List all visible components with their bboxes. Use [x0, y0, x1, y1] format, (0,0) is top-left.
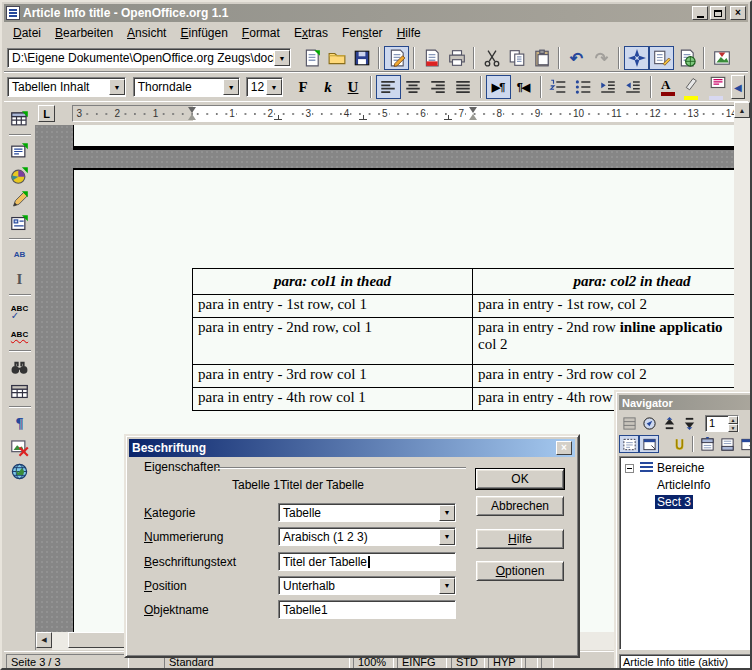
ok-button[interactable]: OK [476, 469, 564, 489]
font-dropdown-button[interactable]: ▼ [223, 79, 239, 95]
menu-hilfe[interactable]: Hilfe [390, 24, 428, 42]
previous-button[interactable] [659, 414, 679, 432]
menu-datei[interactable]: Datei [6, 24, 48, 42]
tab-stop-marker[interactable] [274, 115, 282, 120]
graphics-onoff-button[interactable] [7, 435, 32, 459]
style-dropdown-button[interactable]: ▼ [109, 79, 125, 95]
table-cell[interactable]: para in entry - 3rd row col 1 [193, 365, 473, 388]
tree-item-bereiche[interactable]: Bereiche [625, 461, 704, 475]
background-color-button[interactable] [706, 75, 731, 99]
table-cell[interactable]: para in entry - 2nd row inline applicati… [473, 318, 735, 365]
cell-boundary-marker[interactable] [469, 107, 478, 120]
size-dropdown-button[interactable]: ▼ [266, 79, 282, 95]
decrease-indent-button[interactable] [596, 75, 621, 99]
set-reminder-button[interactable] [669, 435, 689, 453]
export-pdf-button[interactable] [419, 46, 444, 70]
menu-fenster[interactable]: Fenster [335, 24, 390, 42]
help-button[interactable]: Hilfe [476, 529, 564, 549]
stylist-button[interactable] [649, 46, 674, 70]
navigation-button[interactable] [639, 414, 659, 432]
kategorie-value[interactable]: Tabelle [279, 506, 439, 520]
insert-button[interactable] [7, 139, 32, 163]
insert-object-button[interactable] [7, 163, 32, 187]
tree-item-articleinfo[interactable]: ArticleInfo [657, 478, 710, 492]
table-header-cell[interactable]: para: col2 in thead [473, 269, 735, 295]
insert-table-button[interactable] [7, 107, 32, 131]
options-button[interactable]: Optionen [476, 561, 564, 581]
align-center-button[interactable] [401, 75, 426, 99]
beschriftungstext-input[interactable]: Titel der Tabelle [278, 552, 456, 571]
rtl-direction-button[interactable]: ¶◀ [511, 75, 536, 99]
menu-bearbeiten[interactable]: Bearbeiten [48, 24, 120, 42]
anchor-button[interactable] [737, 435, 752, 453]
drag-mode-button[interactable] [619, 435, 639, 453]
nonprinting-characters-button[interactable]: ¶ [7, 411, 32, 435]
edit-file-button[interactable] [384, 46, 409, 70]
cancel-button[interactable]: Abbrechen [476, 496, 564, 516]
navigator-window[interactable]: Navigator 1 ▲▼ Bereiche Arti [614, 390, 752, 670]
align-right-button[interactable] [426, 75, 451, 99]
position-combobox[interactable]: Unterhalb ▼ [278, 576, 456, 595]
form-functions-button[interactable] [7, 211, 32, 235]
paragraph-style-value[interactable]: Tabellen Inhalt [8, 80, 109, 94]
redo-button[interactable]: ↷ [589, 46, 614, 70]
scroll-left-button[interactable]: ◀ [36, 632, 52, 648]
url-value[interactable]: D:\Eigene Dokumente\OpenOffice.org Zeugs… [8, 51, 274, 65]
spellcheck-button[interactable]: ABC✓ [7, 299, 32, 323]
tree-item-sect3[interactable]: Sect 3 [655, 495, 693, 509]
print-button[interactable] [444, 46, 469, 70]
table-row[interactable]: para in entry - 2nd row, col 1 para in e… [193, 318, 735, 365]
table-header-row[interactable]: para: col1 in thead para: col2 in thead [193, 269, 735, 295]
navigator-tree[interactable]: Bereiche ArticleInfo Sect 3 [619, 456, 752, 650]
next-button[interactable] [679, 414, 699, 432]
minimize-button[interactable] [692, 6, 708, 20]
undo-button[interactable]: ↶ [564, 46, 589, 70]
position-value[interactable]: Unterhalb [279, 579, 439, 593]
menu-extras[interactable]: Extras [287, 24, 335, 42]
increase-indent-button[interactable] [621, 75, 646, 99]
highlighting-button[interactable] [681, 75, 706, 99]
save-button[interactable] [349, 46, 374, 70]
scroll-up-button[interactable]: ▲ [734, 102, 750, 118]
caption-dialog[interactable]: Beschriftung × Eigenschaften Tabelle 1Ti… [124, 434, 580, 658]
bold-button[interactable]: F [291, 75, 316, 99]
collapse-icon[interactable] [625, 464, 634, 473]
objektname-value[interactable]: Tabelle1 [279, 603, 455, 617]
menu-einfügen[interactable]: Einfügen [173, 24, 234, 42]
kategorie-dropdown-button[interactable]: ▼ [439, 505, 455, 521]
table-cell[interactable]: para in entry - 1st row, col 2 [473, 295, 735, 318]
maximize-button[interactable] [710, 6, 726, 20]
align-justify-button[interactable] [451, 75, 476, 99]
header-button[interactable] [697, 435, 717, 453]
paragraph-style-combobox[interactable]: Tabellen Inhalt ▼ [7, 77, 126, 97]
close-button[interactable]: × [730, 6, 746, 20]
auto-spellcheck-button[interactable]: ABC [7, 323, 32, 347]
tab-stop-marker[interactable] [359, 115, 367, 120]
draw-functions-button[interactable] [7, 187, 32, 211]
font-size-combobox[interactable]: 12 ▼ [246, 77, 283, 97]
table-cell[interactable]: para in entry - 1st row, col 1 [193, 295, 473, 318]
menu-ansicht[interactable]: Ansicht [120, 24, 173, 42]
table-cell[interactable]: para in entry - 4th row col 1 [193, 388, 473, 411]
page-number-value[interactable]: 1 [706, 417, 728, 429]
nummerierung-combobox[interactable]: Arabisch (1 2 3) ▼ [278, 527, 456, 546]
direct-cursor-button[interactable]: I [7, 267, 32, 291]
table-cell[interactable]: para in entry - 2nd row, col 1 [193, 318, 473, 365]
title-bar[interactable]: Article Info title - OpenOffice.org 1.1 … [4, 4, 748, 22]
ltr-direction-button[interactable]: ▶¶ [486, 75, 511, 99]
open-button[interactable] [324, 46, 349, 70]
cut-button[interactable] [479, 46, 504, 70]
toolbar-more-button[interactable]: ◀ [731, 75, 745, 99]
hyperlink-button[interactable] [674, 46, 699, 70]
page-number-spinner[interactable]: 1 ▲▼ [705, 415, 739, 432]
spinner-buttons[interactable]: ▲▼ [728, 416, 738, 431]
autotext-button[interactable]: AB [7, 243, 32, 267]
objektname-input[interactable]: Tabelle1 [278, 600, 456, 619]
new-document-button[interactable] [299, 46, 324, 70]
menu-format[interactable]: Format [235, 24, 287, 42]
tab-stop-marker[interactable] [444, 115, 452, 120]
dialog-close-button[interactable]: × [556, 441, 572, 455]
position-dropdown-button[interactable]: ▼ [439, 578, 455, 594]
url-combobox[interactable]: D:\Eigene Dokumente\OpenOffice.org Zeugs… [7, 48, 291, 68]
indent-marker[interactable] [188, 107, 197, 120]
